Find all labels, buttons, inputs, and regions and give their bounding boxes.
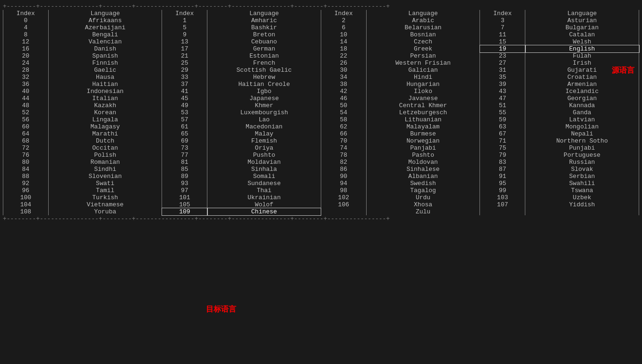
cell-index-row12-col3: 51 [480,102,525,109]
cell-lang-row9-col2: Hungarian [366,81,480,88]
cell-index-row25-col0: 100 [3,194,49,201]
cell-lang-row13-col0: Korean [48,109,162,116]
table-row: 32 Hausa 33 Hebrew 34 Hindi 35 Croatian [3,74,639,81]
table-row: 36 Haitian 37 Haitian Creole 38 Hungaria… [3,81,639,88]
cell-lang-row7-col0: Gaelic [48,67,162,74]
table-row: 28 Gaelic 29 Scottish Gaelic 30 Galician… [3,67,639,74]
cell-lang-row14-col0: Lingala [48,116,162,123]
cell-index-row23-col2: 94 [321,180,366,187]
cell-lang-row24-col2: Tagalog [366,187,480,194]
cell-lang-row1-col2: Belarusian [366,24,480,31]
cell-lang-row18-col0: Occitan [48,144,162,152]
cell-lang-row25-col3: Uzbek [525,194,639,201]
cell-lang-row21-col1: Sinhala [207,166,321,173]
cell-lang-row23-col0: Swati [48,180,162,187]
cell-lang-row5-col0: Spanish [48,52,162,59]
cell-lang-row20-col0: Romanian [48,159,162,166]
table-row: 16 Danish 17 German 18 Greek 19 English [3,45,639,52]
cell-lang-row0-col2: Arabic [366,17,480,24]
cell-lang-row25-col0: Turkish [48,194,162,201]
cell-lang-row12-col3: Kannada [525,102,639,109]
cell-index-row7-col0: 28 [3,67,49,74]
cell-lang-row26-col3: Yiddish [525,201,639,208]
cell-index-row24-col3: 99 [480,187,525,194]
cell-index-row27-col0: 108 [3,208,49,215]
cell-lang-row26-col2: Xhosa [366,201,480,208]
cell-index-row3-col2: 14 [321,38,366,45]
table-row: 104 Vietnamese 105 Wolof 106 Xhosa 107 Y… [3,201,639,208]
table-row: 108 Yoruba 109 ChineseZulu [3,208,639,215]
cell-index-row17-col0: 68 [3,137,49,144]
table-row: 4 Azerbaijani 5 Bashkir 6 Belarusian 7 B… [3,24,639,31]
divider-bottom: +--------+----------------+--------+----… [3,215,639,222]
cell-lang-row7-col1: Scottish Gaelic [207,67,321,74]
table-row: 24 Finnish 25 French 26 Western Frisian … [3,59,639,67]
cell-index-row25-col1: 101 [162,194,207,201]
cell-index-row9-col3: 39 [480,81,525,88]
table-row: 60 Malagasy 61 Macedonian 62 Malayalam 6… [3,123,639,130]
cell-index-row6-col3: 27 [480,59,525,67]
cell-index-row15-col2: 62 [321,123,366,130]
cell-lang-row10-col3: Icelandic [525,88,639,95]
cell-lang-row19-col0: Polish [48,152,162,159]
cell-index-row2-col3: 11 [480,31,525,38]
cell-index-row26-col1: 105 [162,201,207,208]
cell-index-row12-col1: 49 [162,102,207,109]
cell-index-row13-col0: 52 [3,109,49,116]
cell-lang-row13-col3: Ganda [525,109,639,116]
table-row: 48 Kazakh 49 Khmer 50 Central Khmer 51 K… [3,102,639,109]
cell-index-row20-col3: 83 [480,159,525,166]
cell-index-row4-col2: 18 [321,45,366,52]
cell-lang-row27-col3 [525,208,639,215]
cell-index-row2-col0: 8 [3,31,49,38]
cell-index-row11-col0: 44 [3,95,49,102]
cell-index-row14-col1: 57 [162,116,207,123]
cell-index-row23-col1: 93 [162,180,207,187]
cell-index-row22-col2: 90 [321,173,366,180]
cell-lang-row12-col2: Central Khmer [366,102,480,109]
cell-index-row1-col3: 7 [480,24,525,31]
cell-lang-row6-col0: Finnish [48,59,162,67]
table-row: 20 Spanish 21 Estonian 22 Persian 23 Ful… [3,52,639,59]
cell-lang-row25-col2: Urdu [366,194,480,201]
cell-lang-row5-col3: Fulah [525,52,639,59]
cell-lang-row8-col1: Hebrew [207,74,321,81]
cell-lang-row23-col3: Swahili [525,180,639,187]
language-table: Index Language Index Language Index Lang… [3,10,639,215]
table-row: 52 Korean 53 Luxembourgish 54 Letzeburge… [3,109,639,116]
cell-lang-row26-col1: Wolof [207,201,321,208]
cell-lang-row11-col1: Japanese [207,95,321,102]
cell-index-row25-col3: 103 [480,194,525,201]
header-lang-1: Language [48,10,162,17]
cell-lang-row9-col3: Armenian [525,81,639,88]
cell-index-row18-col0: 72 [3,144,49,152]
cell-lang-row0-col1: Amharic [207,17,321,24]
cell-lang-row27-col1: Chinese [207,208,321,215]
cell-lang-row14-col1: Lao [207,116,321,123]
cell-lang-row4-col3: English [525,45,639,52]
cell-lang-row2-col1: Breton [207,31,321,38]
cell-lang-row17-col2: Norwegian [366,137,480,144]
cell-lang-row3-col2: Czech [366,38,480,45]
table-row: 40 Indonesian 41 Igbo 42 Iloko 43 Icelan… [3,88,639,95]
cell-lang-row15-col1: Macedonian [207,123,321,130]
table-row: 68 Dutch 69 Flemish 70 Norwegian 71 Nort… [3,137,639,144]
source-lang-label: 源语言 [612,66,634,76]
cell-index-row0-col0: 0 [3,17,49,24]
cell-lang-row14-col2: Lithuanian [366,116,480,123]
cell-index-row17-col3: 71 [480,137,525,144]
cell-lang-row22-col1: Somali [207,173,321,180]
cell-lang-row10-col1: Igbo [207,88,321,95]
table-row: 64 Marathi 65 Malay 66 Burmese 67 Nepali [3,130,639,137]
header-index-3: Index [321,10,366,17]
language-table-container: +--------+----------------+--------+----… [3,3,639,222]
cell-lang-row12-col1: Khmer [207,102,321,109]
cell-lang-row3-col0: Valencian [48,38,162,45]
cell-lang-row2-col3: Catalan [525,31,639,38]
cell-lang-row25-col1: Ukrainian [207,194,321,201]
cell-index-row22-col0: 88 [3,173,49,180]
cell-index-row20-col0: 80 [3,159,49,166]
cell-index-row8-col1: 33 [162,74,207,81]
cell-index-row3-col0: 12 [3,38,49,45]
cell-lang-row14-col3: Latvian [525,116,639,123]
